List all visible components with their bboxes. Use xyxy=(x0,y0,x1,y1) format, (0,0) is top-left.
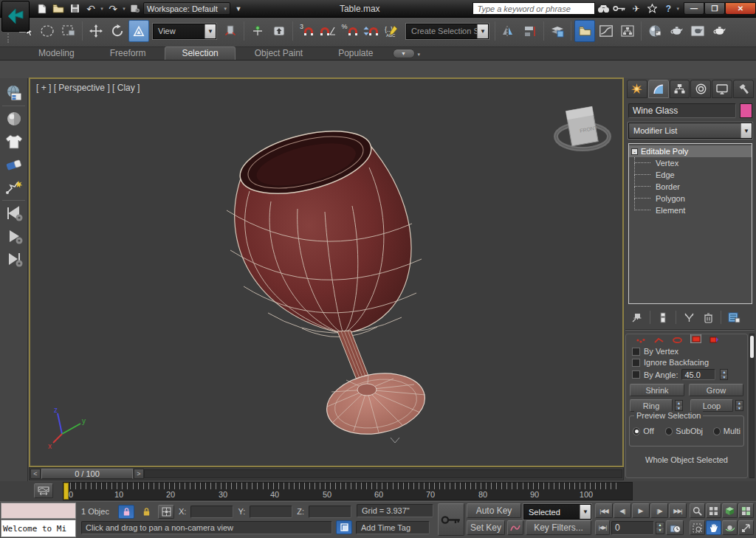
preview-subobj-radio[interactable] xyxy=(665,427,673,435)
toggle-ribbon-button[interactable] xyxy=(574,20,595,42)
selection-region-circle-button[interactable] xyxy=(37,20,58,42)
loop-spinner[interactable]: ▲▼ xyxy=(735,400,743,411)
undo-dropdown-arrow[interactable]: ▾ xyxy=(99,1,105,16)
curve-editor-button[interactable] xyxy=(596,20,616,42)
undo-button[interactable]: ↶ xyxy=(83,1,99,16)
border-subobject-button[interactable] xyxy=(672,334,683,343)
current-frame-marker[interactable] xyxy=(63,483,69,500)
ribbon-options-arrow[interactable]: ▾ xyxy=(418,52,421,58)
render-setup-button[interactable] xyxy=(666,20,687,42)
help-icon[interactable]: ? xyxy=(660,1,676,16)
pin-stack-button[interactable] xyxy=(628,309,646,325)
current-frame-field[interactable]: 0 xyxy=(611,521,654,535)
percent-snap-button[interactable]: % xyxy=(339,20,360,42)
next-frame-button[interactable]: ||▶ xyxy=(650,503,668,518)
viewcube[interactable]: FRONT xyxy=(551,101,614,162)
make-unique-button[interactable] xyxy=(680,309,698,325)
ring-spinner[interactable]: ▲▼ xyxy=(675,400,683,411)
by-angle-field[interactable]: 45.0 xyxy=(681,369,715,380)
collapse-expander-icon[interactable]: - xyxy=(631,148,638,155)
grow-button[interactable]: Grow xyxy=(689,384,743,396)
ribbon-tab-object-paint[interactable]: Object Paint xyxy=(238,47,319,60)
spinner-snap-button[interactable] xyxy=(360,20,381,42)
maxscript-listener-pane[interactable]: Welcome to Mi xyxy=(1,520,76,537)
preview-off-radio[interactable] xyxy=(633,427,640,435)
select-move-button[interactable] xyxy=(86,20,106,42)
sphere-material-icon[interactable] xyxy=(1,108,27,130)
pan-view-button[interactable] xyxy=(706,520,721,535)
padlock-icon[interactable] xyxy=(139,505,154,519)
display-tab[interactable] xyxy=(712,80,732,98)
by-angle-spinner[interactable]: ▲▼ xyxy=(720,369,728,380)
set-key-button[interactable]: Set Key xyxy=(467,520,505,535)
track-bar-ruler[interactable]: 0 10 20 30 40 50 60 70 80 90 100 xyxy=(63,482,633,500)
ignore-backfacing-checkbox[interactable] xyxy=(632,359,640,367)
polygon-subobject-button[interactable] xyxy=(690,334,701,343)
mini-curve-editor-button[interactable] xyxy=(34,483,53,498)
search-input[interactable] xyxy=(472,2,595,15)
next-frame-arrow[interactable]: > xyxy=(134,469,144,479)
perspective-viewport[interactable]: [ + ] [ Perspective ] [ Clay ] FRONT z y… xyxy=(29,77,624,467)
window-crossing-button[interactable] xyxy=(58,20,79,42)
previous-frame-button[interactable]: ◀|| xyxy=(614,503,631,518)
field-of-view-button[interactable] xyxy=(690,520,705,535)
next-frame-gear-icon[interactable] xyxy=(1,248,27,270)
shrink-button[interactable]: Shrink xyxy=(630,384,684,396)
go-to-start-button[interactable]: |◀◀ xyxy=(595,503,613,518)
select-scale-button[interactable] xyxy=(128,20,149,42)
select-rotate-button[interactable] xyxy=(107,20,128,42)
prev-frame-gear-icon[interactable] xyxy=(1,202,27,224)
create-tab[interactable] xyxy=(627,80,647,98)
show-end-result-button[interactable] xyxy=(654,309,672,325)
align-button[interactable] xyxy=(520,20,540,42)
stack-item-editable-poly[interactable]: - Editable Poly xyxy=(629,145,752,157)
communication-center-icon[interactable]: ✈ xyxy=(628,1,644,16)
x-coordinate-input[interactable] xyxy=(190,506,233,518)
minimize-button[interactable]: — xyxy=(684,2,704,15)
stack-item-element[interactable]: Element xyxy=(629,204,752,216)
edge-subobject-button[interactable] xyxy=(653,334,664,343)
previous-frame-arrow[interactable]: < xyxy=(30,469,41,479)
redo-button[interactable]: ↷ xyxy=(105,1,121,16)
time-slider-handle[interactable]: 0 / 100 xyxy=(41,469,133,479)
use-pivot-center-button[interactable] xyxy=(220,20,241,42)
ribbon-minimize-button[interactable]: ▼ xyxy=(393,49,415,58)
key-filters-button[interactable]: Key Filters... xyxy=(526,520,591,535)
configure-modifier-sets-button[interactable] xyxy=(725,309,743,325)
scrollbar-thumb[interactable] xyxy=(750,336,754,358)
maxscript-listener-macro-pane[interactable] xyxy=(1,503,76,519)
3dsmax-logo[interactable] xyxy=(1,1,30,32)
render-globe-icon[interactable] xyxy=(1,82,27,104)
ribbon-tab-populate[interactable]: Populate xyxy=(322,47,389,60)
rendered-frame-window-button[interactable] xyxy=(687,20,708,42)
zoom-extents-button[interactable] xyxy=(722,503,738,518)
rollout-scrollbar[interactable] xyxy=(749,334,755,478)
by-vertex-checkbox[interactable] xyxy=(632,348,640,356)
y-coordinate-input[interactable] xyxy=(250,506,292,518)
by-angle-checkbox[interactable] xyxy=(632,370,640,379)
ribbon-tab-freeform[interactable]: Freeform xyxy=(94,47,162,60)
auto-key-button[interactable]: Auto Key xyxy=(467,503,521,518)
zoom-button[interactable] xyxy=(690,503,705,518)
named-selection-set-dropdown[interactable]: Create Selection Se ▼ xyxy=(406,24,489,39)
motion-tab[interactable] xyxy=(690,80,711,98)
frame-spinner[interactable]: ▲▼ xyxy=(656,522,664,534)
snaps-toggle-3d-button[interactable]: 3 xyxy=(296,20,317,42)
wine-glass-model[interactable] xyxy=(30,79,622,466)
isolate-selection-toggle[interactable] xyxy=(336,520,352,534)
help-dropdown-arrow[interactable]: ▾ xyxy=(676,6,679,12)
time-slider-track[interactable] xyxy=(144,469,622,478)
go-to-end-button[interactable]: ▶▶| xyxy=(669,503,687,518)
play-animation-button[interactable]: ▶ xyxy=(632,503,650,518)
toolbar-overflow-arrow[interactable]: ▼ xyxy=(230,1,247,16)
ribbon-tab-modeling[interactable]: Modeling xyxy=(22,47,91,60)
preview-multi-radio[interactable] xyxy=(713,427,721,435)
layer-manager-button[interactable] xyxy=(547,20,568,42)
maximize-viewport-toggle[interactable] xyxy=(738,520,754,535)
new-file-button[interactable] xyxy=(34,1,50,16)
render-production-button[interactable] xyxy=(709,20,729,42)
material-editor-button[interactable] xyxy=(645,20,665,42)
eraser-icon[interactable] xyxy=(1,154,27,176)
open-file-button[interactable] xyxy=(50,1,66,16)
angle-snap-button[interactable] xyxy=(317,20,338,42)
